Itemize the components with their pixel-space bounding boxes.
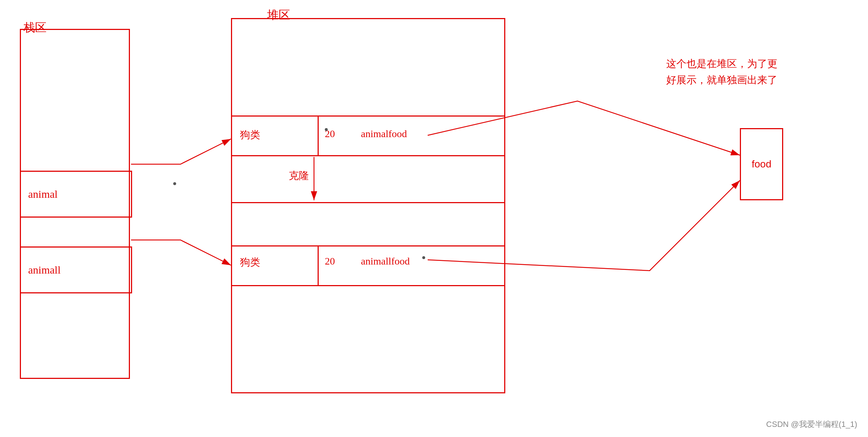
heap-animal1-food: animallfood <box>361 255 410 267</box>
heap-animal1-type: 狗类 <box>240 255 260 269</box>
dot-3 <box>422 256 425 259</box>
heap-animal-type: 狗类 <box>240 128 260 142</box>
heap-animal-food: animalfood <box>361 128 407 140</box>
dot-2 <box>325 128 328 131</box>
heap-box <box>231 18 505 393</box>
food-box: food <box>740 128 783 200</box>
stack-cell-animal: animal <box>20 171 132 218</box>
watermark: CSDN @我爱半编程(1_1) <box>766 419 857 430</box>
dot-1 <box>173 182 176 185</box>
heap-divider-2 <box>231 155 505 156</box>
heap-divider-5 <box>231 285 505 286</box>
stack-cell-animal1: animall <box>20 246 132 293</box>
annotation: 这个也是在堆区，为了更好展示，就单独画出来了 <box>660 56 783 88</box>
diagram: 栈区 堆区 animal animall 狗类 20 animalfood 克隆… <box>0 0 868 437</box>
heap-animal1-age: 20 <box>325 255 335 267</box>
heap-divider-3 <box>231 202 505 203</box>
heap-vdivider-2 <box>318 245 319 285</box>
heap-divider-1 <box>231 115 505 117</box>
heap-divider-4 <box>231 245 505 246</box>
stack-box: animal animall <box>20 29 130 379</box>
heap-vdivider-1 <box>318 115 319 155</box>
heap-clone-label: 克隆 <box>289 169 309 183</box>
